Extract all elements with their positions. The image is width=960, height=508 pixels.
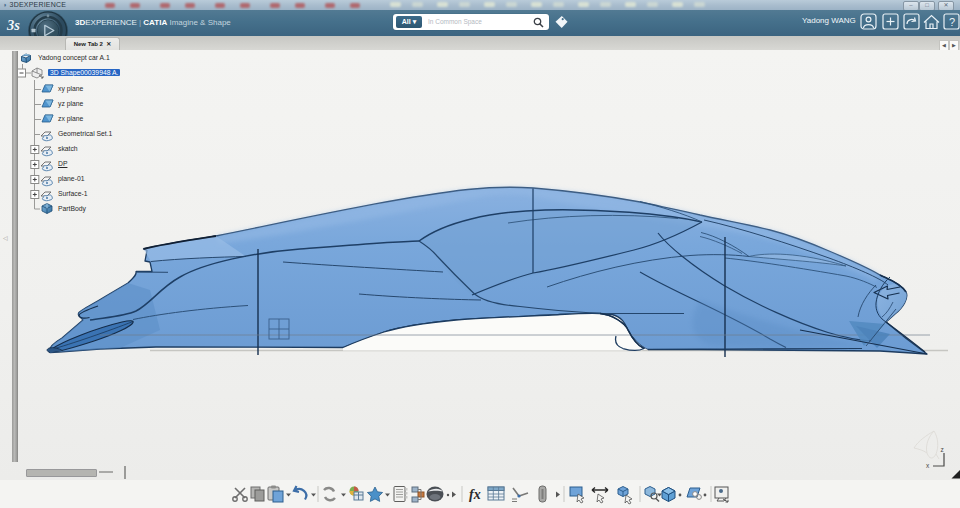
svg-text:x: x: [926, 462, 930, 469]
svg-text:z: z: [941, 446, 944, 453]
svg-text:fx: fx: [469, 487, 481, 502]
